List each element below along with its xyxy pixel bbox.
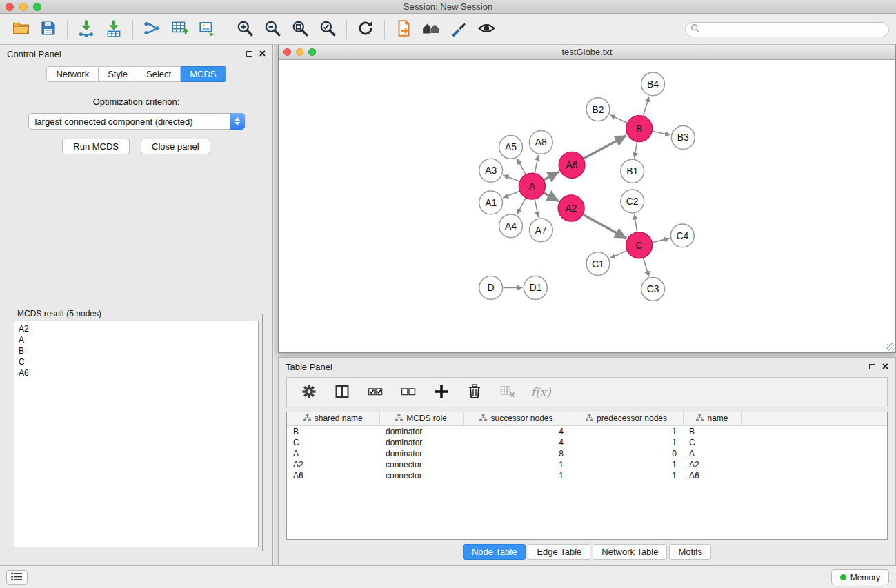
close-table-panel-icon[interactable]: × bbox=[882, 363, 888, 371]
edge-B-B3[interactable] bbox=[653, 132, 670, 135]
edge-C-C4[interactable] bbox=[653, 239, 670, 243]
node-A4[interactable]: A4 bbox=[499, 214, 523, 238]
new-network-button[interactable] bbox=[138, 17, 166, 42]
select-all-button[interactable] bbox=[366, 382, 385, 403]
table-row[interactable]: Adominator80A bbox=[287, 448, 887, 459]
result-item[interactable]: C bbox=[19, 356, 254, 367]
edge-A6-B[interactable] bbox=[584, 135, 627, 158]
node-A1[interactable]: A1 bbox=[479, 191, 503, 214]
delete-column-button[interactable] bbox=[465, 382, 484, 403]
search-input[interactable] bbox=[700, 24, 884, 35]
node-B1[interactable]: B1 bbox=[621, 159, 644, 183]
zoom-out-button[interactable] bbox=[259, 17, 286, 42]
node-A[interactable]: A bbox=[519, 173, 545, 199]
edge-A-A2[interactable] bbox=[544, 193, 559, 201]
tab-motifs[interactable]: Motifs bbox=[669, 544, 711, 560]
node-C4[interactable]: C4 bbox=[670, 224, 694, 247]
close-panel-button[interactable]: Close panel bbox=[141, 139, 210, 154]
edge-A-A7[interactable] bbox=[535, 200, 538, 218]
network-canvas[interactable]: B4B2BB3A5A8A6A3B1AC2A1A2A4A7C4CC1C3DD1 bbox=[279, 61, 895, 352]
zoom-fit-button[interactable] bbox=[286, 17, 314, 42]
tab-edge-table[interactable]: Edge Table bbox=[528, 544, 590, 560]
add-column-button[interactable] bbox=[432, 382, 451, 403]
memory-button[interactable]: Memory bbox=[831, 569, 889, 585]
zoom-selected-button[interactable] bbox=[314, 17, 341, 42]
show-graphics-button[interactable] bbox=[472, 17, 500, 42]
table-row[interactable]: Cdominator41C bbox=[287, 437, 887, 448]
result-item[interactable]: A2 bbox=[19, 323, 254, 334]
annotation-button[interactable] bbox=[390, 17, 417, 42]
edge-C-C3[interactable] bbox=[644, 258, 649, 277]
table-row[interactable]: A2connector11A2 bbox=[287, 459, 887, 470]
task-history-button[interactable] bbox=[6, 570, 28, 585]
function-builder-button[interactable]: f(x) bbox=[531, 382, 550, 403]
resize-handle-icon[interactable] bbox=[886, 343, 895, 352]
table-row[interactable]: Bdominator41B bbox=[287, 425, 887, 437]
node-D1[interactable]: D1 bbox=[524, 276, 547, 300]
save-session-button[interactable] bbox=[34, 17, 62, 42]
edge-B-B4[interactable] bbox=[644, 97, 649, 116]
optimization-criterion-dropdown[interactable]: largest connected component (directed) bbox=[28, 113, 245, 130]
deselect-all-button[interactable] bbox=[399, 382, 418, 403]
column-header-predecessor-nodes[interactable]: predecessor nodes bbox=[570, 412, 683, 425]
table-settings-button[interactable] bbox=[299, 382, 319, 403]
float-panel-icon[interactable] bbox=[246, 51, 252, 57]
edge-C-C1[interactable] bbox=[610, 251, 626, 258]
result-list[interactable]: A2ABCA6 bbox=[14, 321, 259, 547]
node-A3[interactable]: A3 bbox=[479, 159, 503, 182]
node-A6[interactable]: A6 bbox=[559, 152, 585, 178]
import-table-button[interactable] bbox=[100, 17, 128, 42]
result-item[interactable]: A bbox=[19, 334, 254, 345]
column-header-successor-nodes[interactable]: successor nodes bbox=[463, 412, 570, 425]
delete-table-button[interactable] bbox=[498, 382, 517, 403]
export-image-button[interactable] bbox=[193, 17, 221, 42]
tab-select[interactable]: Select bbox=[137, 66, 181, 82]
node-B4[interactable]: B4 bbox=[641, 72, 665, 96]
node-B2[interactable]: B2 bbox=[586, 98, 610, 121]
edge-B-B1[interactable] bbox=[635, 142, 637, 158]
tab-network-table[interactable]: Network Table bbox=[593, 544, 667, 560]
edge-A2-C[interactable] bbox=[584, 215, 627, 239]
node-C3[interactable]: C3 bbox=[641, 278, 665, 301]
network-graph[interactable]: B4B2BB3A5A8A6A3B1AC2A1A2A4A7C4CC1C3DD1 bbox=[279, 61, 895, 352]
column-header-mcds-role[interactable]: MCDS role bbox=[379, 412, 463, 425]
node-B3[interactable]: B3 bbox=[671, 126, 695, 150]
node-C[interactable]: C bbox=[626, 232, 653, 258]
tab-style[interactable]: Style bbox=[99, 66, 137, 82]
node-B[interactable]: B bbox=[626, 116, 653, 142]
node-A8[interactable]: A8 bbox=[529, 131, 552, 154]
edge-B-B2[interactable] bbox=[610, 115, 627, 123]
new-table-button[interactable] bbox=[166, 17, 193, 42]
style-button[interactable] bbox=[445, 17, 472, 42]
float-table-panel-icon[interactable] bbox=[869, 364, 875, 369]
node-table-container[interactable]: shared nameMCDS rolesuccessor nodesprede… bbox=[286, 412, 888, 540]
run-mcds-button[interactable]: Run MCDS bbox=[62, 139, 130, 154]
close-panel-icon[interactable]: × bbox=[259, 50, 266, 58]
node-D[interactable]: D bbox=[479, 276, 503, 300]
table-row[interactable]: A6connector11A6 bbox=[287, 470, 887, 481]
result-item[interactable]: B bbox=[19, 345, 254, 356]
import-network-button[interactable] bbox=[72, 17, 100, 42]
edge-A-A8[interactable] bbox=[535, 155, 538, 173]
edge-A-A1[interactable] bbox=[503, 192, 519, 198]
tab-node-table[interactable]: Node Table bbox=[463, 544, 526, 560]
edge-C-C2[interactable] bbox=[635, 214, 637, 232]
node-A5[interactable]: A5 bbox=[499, 135, 523, 159]
column-header-name[interactable]: name bbox=[683, 412, 741, 425]
edge-A-A5[interactable] bbox=[517, 159, 526, 174]
result-item[interactable]: A6 bbox=[19, 367, 254, 378]
zoom-in-button[interactable] bbox=[231, 17, 259, 42]
home-button[interactable] bbox=[417, 17, 445, 42]
column-header-shared-name[interactable]: shared name bbox=[287, 412, 379, 425]
tab-network[interactable]: Network bbox=[46, 66, 99, 82]
node-A2[interactable]: A2 bbox=[558, 195, 584, 221]
open-session-button[interactable] bbox=[7, 17, 34, 42]
node-C2[interactable]: C2 bbox=[621, 190, 644, 213]
edge-A-A3[interactable] bbox=[503, 175, 519, 181]
node-C1[interactable]: C1 bbox=[586, 252, 610, 276]
network-window-titlebar[interactable]: testGlobe.txt bbox=[279, 45, 895, 60]
node-A7[interactable]: A7 bbox=[529, 219, 552, 242]
search-field[interactable] bbox=[685, 22, 889, 37]
edge-A-A4[interactable] bbox=[517, 199, 526, 214]
tab-mcds[interactable]: MCDS bbox=[181, 66, 226, 82]
